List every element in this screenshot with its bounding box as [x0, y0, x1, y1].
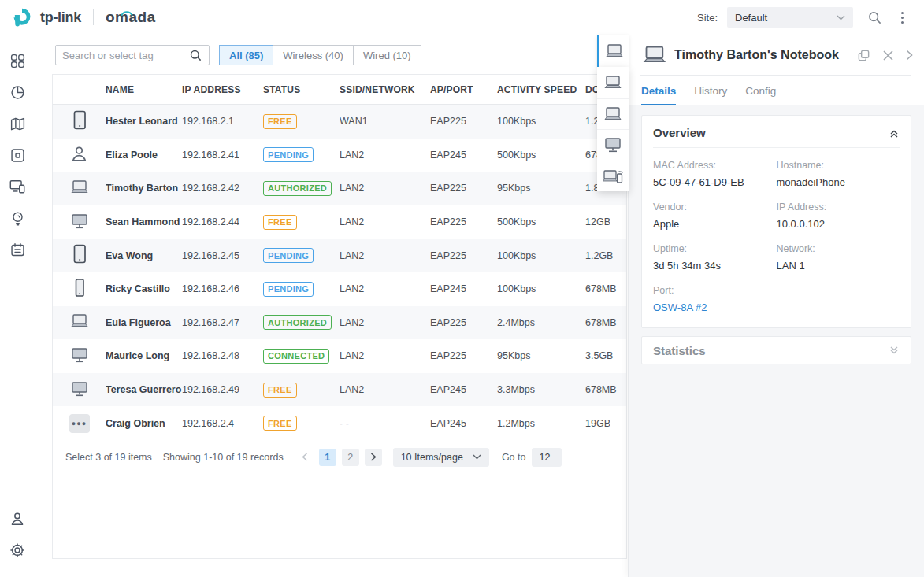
- panel-header: Timothy Barton's Notebook: [629, 35, 924, 75]
- column-ap-port: AP/PORT: [430, 84, 497, 95]
- prev-page-button[interactable]: [296, 449, 314, 466]
- expand-icon[interactable]: [889, 345, 900, 356]
- field-uptime: Uptime: 3d 5h 34m 34s: [653, 243, 777, 272]
- client-speed: 500Kbps: [497, 216, 585, 227]
- statistics-title: Statistics: [653, 344, 706, 357]
- table-row[interactable]: Timothy Barton 192.168.2.42 AUTHORIZED L…: [53, 172, 626, 205]
- tab-config[interactable]: Config: [745, 76, 776, 105]
- tag-search-box[interactable]: [55, 45, 210, 65]
- client-network: LAN2: [340, 317, 430, 328]
- client-name: Timothy Barton: [106, 183, 182, 194]
- statistics-card[interactable]: Statistics: [641, 336, 911, 364]
- tab-wired[interactable]: Wired (10): [353, 45, 421, 65]
- collapse-icon[interactable]: [889, 128, 900, 139]
- field-vendor: Vendor: Apple: [653, 202, 777, 230]
- goto-page-input[interactable]: [532, 448, 562, 467]
- client-download: 678MB: [585, 384, 626, 395]
- client-download: 12GB: [585, 216, 626, 227]
- sidebar-item-map[interactable]: [0, 108, 35, 139]
- client-name: Eliza Poole: [106, 150, 182, 161]
- status-badge: FREE: [263, 383, 297, 398]
- client-ip: 192.168.2.48: [182, 350, 263, 361]
- column-ip: IP ADDRESS: [182, 84, 263, 95]
- client-ap: EAP245: [430, 150, 497, 161]
- client-download: 1.2GB: [585, 250, 626, 261]
- clients-table-card: NAME IP ADDRESS STATUS SSID/NETWORK AP/P…: [52, 74, 627, 559]
- device-icon: [69, 313, 90, 331]
- client-network: LAN2: [340, 150, 430, 161]
- status-badge: FREE: [263, 416, 297, 431]
- icon-picker-trigger[interactable]: [597, 35, 629, 67]
- sidebar-item-insight[interactable]: [0, 202, 35, 234]
- client-filter-tabs: All (85) Wireless (40) Wired (10): [219, 45, 421, 65]
- table-row[interactable]: Eliza Poole 192.168.2.41 PENDING LAN2 EA…: [53, 139, 626, 172]
- tab-wireless[interactable]: Wireless (40): [273, 45, 354, 65]
- sidebar-item-devices[interactable]: [0, 139, 35, 171]
- tab-history[interactable]: History: [694, 76, 727, 105]
- client-ip: 192.168.2.45: [182, 250, 263, 261]
- table-row[interactable]: ●●● Craig Obrien 192.168.2.4 FREE - - EA…: [53, 406, 626, 440]
- tag-search-input[interactable]: [62, 50, 189, 61]
- client-name: Hester Leonard: [106, 116, 182, 127]
- brand-logo: tp-link omada: [11, 6, 156, 28]
- client-details-panel: Timothy Barton's Notebook Details Histor: [628, 35, 924, 577]
- client-ap: EAP225: [430, 350, 497, 361]
- page-button-1[interactable]: 1: [319, 449, 336, 466]
- client-ip: 192.168.2.42: [182, 183, 263, 194]
- product-name: omada: [106, 9, 156, 26]
- toolbar: All (85) Wireless (40) Wired (10): [55, 45, 421, 65]
- table-row[interactable]: Eula Figueroa 192.168.2.47 AUTHORIZED LA…: [53, 306, 626, 340]
- table-row[interactable]: Sean Hammond 192.168.2.44 FREE LAN2 EAP2…: [53, 205, 626, 239]
- sidebar-item-clients[interactable]: [0, 171, 35, 202]
- logo-divider: [93, 9, 94, 25]
- next-page-button[interactable]: [365, 449, 382, 466]
- icon-option-laptop[interactable]: [597, 98, 629, 130]
- icon-option-laptop-phone[interactable]: [597, 161, 629, 192]
- status-badge: FREE: [263, 215, 297, 230]
- panel-body: Overview MAC Address: 5C-09-47-61-D9-EB …: [629, 105, 924, 374]
- client-ip: 192.168.2.46: [182, 283, 263, 294]
- sidebar-item-statistics[interactable]: [0, 76, 35, 108]
- client-ap: EAP225: [430, 317, 497, 328]
- sidebar-item-account[interactable]: [0, 503, 35, 534]
- client-ip: 192.168.2.47: [182, 317, 263, 328]
- sidebar-item-settings[interactable]: [0, 534, 35, 566]
- client-speed: 1.2Mbps: [497, 418, 585, 429]
- client-name: Eva Wong: [106, 250, 182, 261]
- field-port: Port: OSW-8A #2: [653, 285, 900, 313]
- client-ip: 192.168.2.1: [182, 116, 263, 127]
- popout-icon[interactable]: [857, 49, 870, 62]
- table-row[interactable]: Ricky Castillo 192.168.2.46 PENDING LAN2…: [53, 272, 626, 306]
- field-hostname: Hostname: monadeiPhone: [777, 160, 900, 188]
- close-icon[interactable]: [882, 50, 894, 61]
- page-navigation: 1 2: [296, 449, 382, 466]
- table-row[interactable]: Teresa Guerrero 192.168.2.49 FREE LAN2 E…: [53, 373, 626, 407]
- topbar-right: Site: Default: [697, 7, 908, 28]
- tab-all[interactable]: All (85): [219, 45, 273, 65]
- more-menu-icon[interactable]: [896, 10, 908, 25]
- icon-option-laptop[interactable]: [597, 67, 629, 98]
- table-row[interactable]: Maurice Long 192.168.2.48 CONNECTED LAN2…: [53, 339, 626, 373]
- items-per-page-select[interactable]: 10 Items/page: [393, 448, 489, 467]
- tab-details[interactable]: Details: [641, 76, 676, 105]
- port-link[interactable]: OSW-8A #2: [653, 301, 900, 313]
- client-ip: 192.168.2.44: [182, 216, 263, 227]
- table-row[interactable]: Hester Leonard 192.168.2.1 FREE WAN1 EAP…: [53, 105, 626, 139]
- device-icon: [72, 244, 87, 267]
- sidebar-item-dashboard[interactable]: [0, 45, 35, 76]
- device-icon: ●●●: [69, 414, 90, 433]
- global-search-icon[interactable]: [867, 10, 882, 25]
- site-select[interactable]: Default: [727, 7, 853, 28]
- chevron-right-icon[interactable]: [906, 50, 913, 61]
- select-info: Select 3 of 19 items: [65, 452, 152, 463]
- device-icon-picker: [597, 35, 629, 191]
- client-speed: 500Kbps: [497, 150, 585, 161]
- icon-option-monitor[interactable]: [597, 129, 629, 161]
- client-speed: 95Kbps: [497, 183, 585, 194]
- page-button-2[interactable]: 2: [342, 449, 359, 466]
- sidebar-item-log[interactable]: [0, 234, 35, 265]
- search-icon[interactable]: [189, 49, 202, 62]
- table-row[interactable]: Eva Wong 192.168.2.45 PENDING LAN2 EAP22…: [53, 239, 626, 272]
- client-ap: EAP225: [430, 216, 497, 227]
- device-icon: [72, 278, 87, 301]
